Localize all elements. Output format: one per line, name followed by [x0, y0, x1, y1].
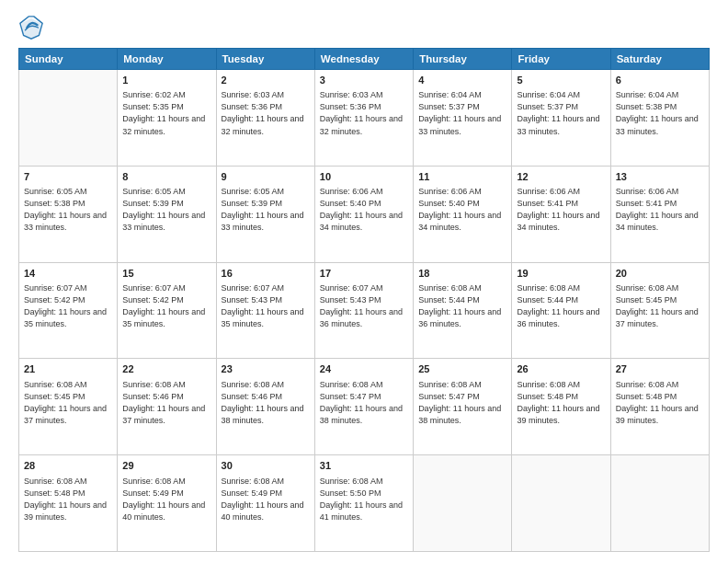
- day-info: Sunrise: 6:02 AMSunset: 5:35 PMDaylight:…: [122, 89, 210, 137]
- logo: [18, 15, 48, 40]
- calendar-cell: 31Sunrise: 6:08 AMSunset: 5:50 PMDayligh…: [314, 455, 413, 552]
- calendar-cell: 9Sunrise: 6:05 AMSunset: 5:39 PMDaylight…: [216, 166, 314, 262]
- day-info: Sunrise: 6:08 AMSunset: 5:47 PMDaylight:…: [320, 379, 408, 427]
- calendar-cell: 28Sunrise: 6:08 AMSunset: 5:48 PMDayligh…: [19, 455, 118, 552]
- day-number: 11: [418, 170, 506, 184]
- day-number: 31: [320, 459, 408, 473]
- day-info: Sunrise: 6:08 AMSunset: 5:47 PMDaylight:…: [418, 379, 506, 427]
- week-row-5: 28Sunrise: 6:08 AMSunset: 5:48 PMDayligh…: [19, 455, 710, 552]
- calendar-cell: 13Sunrise: 6:06 AMSunset: 5:41 PMDayligh…: [610, 166, 709, 262]
- day-number: 15: [122, 267, 210, 281]
- day-info: Sunrise: 6:06 AMSunset: 5:40 PMDaylight:…: [320, 186, 408, 234]
- calendar-cell: [414, 455, 512, 552]
- calendar-cell: 24Sunrise: 6:08 AMSunset: 5:47 PMDayligh…: [314, 359, 413, 455]
- calendar-cell: 18Sunrise: 6:08 AMSunset: 5:44 PMDayligh…: [414, 262, 512, 359]
- logo-icon: [18, 15, 44, 40]
- day-number: 9: [222, 170, 310, 184]
- day-number: 21: [24, 362, 112, 376]
- day-number: 19: [517, 267, 605, 281]
- day-number: 28: [24, 459, 112, 473]
- weekday-header-wednesday: Wednesday: [314, 49, 413, 70]
- calendar-cell: 30Sunrise: 6:08 AMSunset: 5:49 PMDayligh…: [216, 455, 314, 552]
- calendar-cell: 2Sunrise: 6:03 AMSunset: 5:36 PMDaylight…: [216, 70, 314, 167]
- day-info: Sunrise: 6:04 AMSunset: 5:37 PMDaylight:…: [517, 89, 605, 137]
- day-number: 25: [418, 362, 506, 376]
- calendar-cell: 25Sunrise: 6:08 AMSunset: 5:47 PMDayligh…: [414, 359, 512, 455]
- day-info: Sunrise: 6:06 AMSunset: 5:41 PMDaylight:…: [616, 186, 704, 234]
- day-info: Sunrise: 6:04 AMSunset: 5:38 PMDaylight:…: [616, 89, 704, 137]
- calendar-cell: 22Sunrise: 6:08 AMSunset: 5:46 PMDayligh…: [118, 359, 216, 455]
- day-number: 5: [517, 74, 605, 87]
- day-info: Sunrise: 6:03 AMSunset: 5:36 PMDaylight:…: [222, 89, 310, 137]
- day-info: Sunrise: 6:08 AMSunset: 5:46 PMDaylight:…: [122, 379, 210, 427]
- day-number: 6: [616, 74, 704, 87]
- weekday-header-saturday: Saturday: [610, 49, 709, 70]
- day-info: Sunrise: 6:03 AMSunset: 5:36 PMDaylight:…: [320, 89, 408, 137]
- week-row-2: 7Sunrise: 6:05 AMSunset: 5:38 PMDaylight…: [19, 166, 710, 262]
- day-info: Sunrise: 6:08 AMSunset: 5:48 PMDaylight:…: [616, 379, 704, 427]
- calendar-cell: 4Sunrise: 6:04 AMSunset: 5:37 PMDaylight…: [414, 70, 512, 167]
- calendar-cell: [610, 455, 709, 552]
- day-number: 30: [222, 459, 310, 473]
- day-info: Sunrise: 6:08 AMSunset: 5:44 PMDaylight:…: [418, 282, 506, 330]
- day-number: 23: [222, 362, 310, 376]
- day-info: Sunrise: 6:08 AMSunset: 5:45 PMDaylight:…: [24, 379, 112, 427]
- day-info: Sunrise: 6:08 AMSunset: 5:46 PMDaylight:…: [222, 379, 310, 427]
- calendar-cell: 27Sunrise: 6:08 AMSunset: 5:48 PMDayligh…: [610, 359, 709, 455]
- week-row-3: 14Sunrise: 6:07 AMSunset: 5:42 PMDayligh…: [19, 262, 710, 359]
- day-info: Sunrise: 6:05 AMSunset: 5:39 PMDaylight:…: [122, 186, 210, 234]
- day-info: Sunrise: 6:07 AMSunset: 5:43 PMDaylight:…: [320, 282, 408, 330]
- day-info: Sunrise: 6:08 AMSunset: 5:48 PMDaylight:…: [24, 476, 112, 523]
- day-number: 29: [122, 459, 210, 473]
- calendar-cell: [512, 455, 610, 552]
- day-number: 24: [320, 362, 408, 376]
- calendar-cell: 5Sunrise: 6:04 AMSunset: 5:37 PMDaylight…: [512, 70, 610, 167]
- day-info: Sunrise: 6:07 AMSunset: 5:42 PMDaylight:…: [24, 282, 112, 330]
- day-info: Sunrise: 6:08 AMSunset: 5:44 PMDaylight:…: [517, 282, 605, 330]
- day-number: 2: [222, 74, 310, 87]
- week-row-4: 21Sunrise: 6:08 AMSunset: 5:45 PMDayligh…: [19, 359, 710, 455]
- day-info: Sunrise: 6:05 AMSunset: 5:38 PMDaylight:…: [24, 186, 112, 234]
- calendar-cell: 17Sunrise: 6:07 AMSunset: 5:43 PMDayligh…: [314, 262, 413, 359]
- calendar-cell: 16Sunrise: 6:07 AMSunset: 5:43 PMDayligh…: [216, 262, 314, 359]
- day-number: 16: [222, 267, 310, 281]
- day-number: 12: [517, 170, 605, 184]
- calendar-cell: 3Sunrise: 6:03 AMSunset: 5:36 PMDaylight…: [314, 70, 413, 167]
- calendar-cell: 23Sunrise: 6:08 AMSunset: 5:46 PMDayligh…: [216, 359, 314, 455]
- calendar-cell: 8Sunrise: 6:05 AMSunset: 5:39 PMDaylight…: [118, 166, 216, 262]
- day-info: Sunrise: 6:08 AMSunset: 5:50 PMDaylight:…: [320, 476, 408, 523]
- weekday-header-friday: Friday: [512, 49, 610, 70]
- day-number: 8: [122, 170, 210, 184]
- day-number: 3: [320, 74, 408, 87]
- calendar-cell: 19Sunrise: 6:08 AMSunset: 5:44 PMDayligh…: [512, 262, 610, 359]
- calendar-table: SundayMondayTuesdayWednesdayThursdayFrid…: [18, 48, 710, 552]
- day-info: Sunrise: 6:06 AMSunset: 5:40 PMDaylight:…: [418, 186, 506, 234]
- day-number: 18: [418, 267, 506, 281]
- page: SundayMondayTuesdayWednesdayThursdayFrid…: [0, 0, 728, 563]
- day-info: Sunrise: 6:06 AMSunset: 5:41 PMDaylight:…: [517, 186, 605, 234]
- calendar-cell: 6Sunrise: 6:04 AMSunset: 5:38 PMDaylight…: [610, 70, 709, 167]
- calendar-cell: 11Sunrise: 6:06 AMSunset: 5:40 PMDayligh…: [414, 166, 512, 262]
- day-number: 17: [320, 267, 408, 281]
- day-info: Sunrise: 6:08 AMSunset: 5:45 PMDaylight:…: [616, 282, 704, 330]
- day-info: Sunrise: 6:07 AMSunset: 5:43 PMDaylight:…: [222, 282, 310, 330]
- calendar-cell: 20Sunrise: 6:08 AMSunset: 5:45 PMDayligh…: [610, 262, 709, 359]
- day-number: 13: [616, 170, 704, 184]
- day-number: 1: [122, 74, 210, 87]
- day-number: 26: [517, 362, 605, 376]
- calendar-cell: 1Sunrise: 6:02 AMSunset: 5:35 PMDaylight…: [118, 70, 216, 167]
- day-info: Sunrise: 6:07 AMSunset: 5:42 PMDaylight:…: [122, 282, 210, 330]
- day-info: Sunrise: 6:08 AMSunset: 5:49 PMDaylight:…: [222, 476, 310, 523]
- day-info: Sunrise: 6:08 AMSunset: 5:48 PMDaylight:…: [517, 379, 605, 427]
- weekday-header-tuesday: Tuesday: [216, 49, 314, 70]
- weekday-header-thursday: Thursday: [414, 49, 512, 70]
- calendar-cell: 15Sunrise: 6:07 AMSunset: 5:42 PMDayligh…: [118, 262, 216, 359]
- header: [18, 15, 710, 40]
- calendar-cell: [19, 70, 118, 167]
- calendar-cell: 7Sunrise: 6:05 AMSunset: 5:38 PMDaylight…: [19, 166, 118, 262]
- day-number: 14: [24, 267, 112, 281]
- day-number: 27: [616, 362, 704, 376]
- day-info: Sunrise: 6:08 AMSunset: 5:49 PMDaylight:…: [122, 476, 210, 523]
- weekday-header-row: SundayMondayTuesdayWednesdayThursdayFrid…: [19, 49, 710, 70]
- day-info: Sunrise: 6:05 AMSunset: 5:39 PMDaylight:…: [222, 186, 310, 234]
